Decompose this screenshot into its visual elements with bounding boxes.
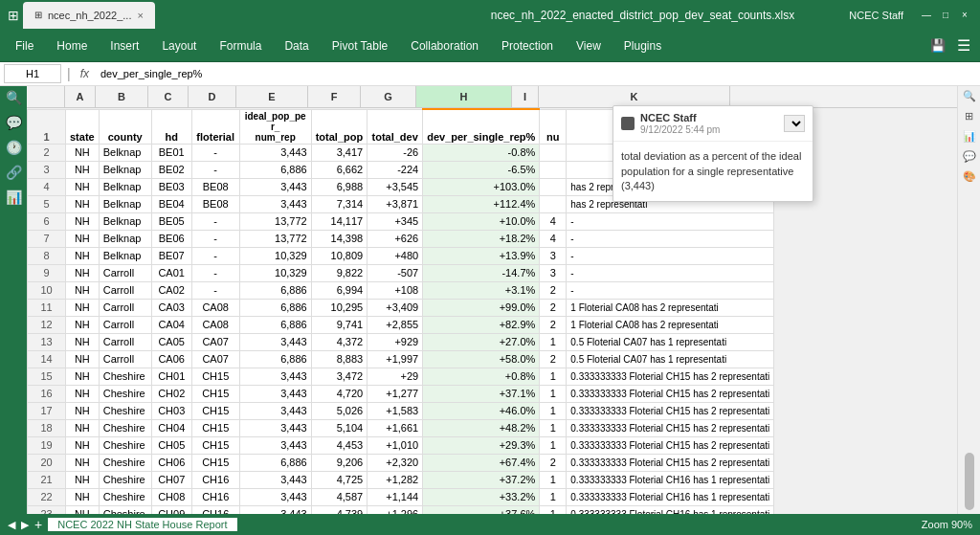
cell-i2[interactable]: [540, 144, 567, 161]
cell-k13[interactable]: 0.5 Floterial CA07 has 1 representati: [567, 333, 774, 350]
cell-f14[interactable]: 8,883: [311, 350, 368, 368]
cell-a9[interactable]: NH: [66, 264, 100, 281]
cell-i18[interactable]: 1: [540, 419, 567, 436]
cell-e13[interactable]: 3,443: [239, 333, 311, 350]
cell-b22[interactable]: Cheshire: [99, 488, 151, 505]
cell-b17[interactable]: Cheshire: [99, 402, 151, 419]
cell-b23[interactable]: Cheshire: [99, 505, 151, 514]
name-box[interactable]: [4, 64, 61, 83]
cell-b19[interactable]: Cheshire: [99, 436, 151, 454]
cell-c5[interactable]: BE04: [151, 195, 191, 212]
cell-d1[interactable]: floterial: [191, 109, 239, 144]
cell-e19[interactable]: 3,443: [239, 436, 311, 454]
tab-protection[interactable]: Protection: [490, 31, 565, 61]
cell-d12[interactable]: CA08: [191, 316, 239, 333]
cell-k21[interactable]: 0.333333333 Floterial CH16 has 1 represe…: [567, 471, 774, 488]
cell-b7[interactable]: Belknap: [99, 230, 151, 247]
cell-k20[interactable]: 0.333333333 Floterial CH15 has 2 represe…: [567, 454, 774, 471]
history-icon[interactable]: 🕐: [6, 140, 22, 155]
cell-c11[interactable]: CA03: [151, 299, 191, 316]
cell-f8[interactable]: 10,809: [311, 247, 368, 264]
cell-g4[interactable]: +3,545: [368, 178, 423, 195]
cell-i15[interactable]: 1: [540, 368, 567, 385]
cell-g16[interactable]: +1,277: [368, 385, 423, 402]
cell-d9[interactable]: -: [191, 264, 239, 281]
cell-f11[interactable]: 10,295: [311, 299, 368, 316]
tab-close-icon[interactable]: ×: [137, 10, 143, 21]
cell-d8[interactable]: -: [191, 247, 239, 264]
cell-d6[interactable]: -: [191, 212, 239, 230]
cell-c17[interactable]: CH03: [151, 402, 191, 419]
cell-c9[interactable]: CA01: [151, 264, 191, 281]
cell-f18[interactable]: 5,104: [311, 419, 368, 436]
close-button[interactable]: ×: [957, 8, 972, 23]
cell-f3[interactable]: 6,662: [311, 161, 368, 178]
cell-g7[interactable]: +626: [368, 230, 423, 247]
row-num-21[interactable]: 21: [28, 471, 66, 488]
cell-h8[interactable]: +13.9%: [423, 247, 540, 264]
tab-data[interactable]: Data: [273, 31, 320, 61]
col-header-e[interactable]: E: [236, 86, 308, 107]
row-num-14[interactable]: 14: [28, 350, 66, 368]
cell-c7[interactable]: BE06: [151, 230, 191, 247]
cell-f1[interactable]: total_pop: [311, 109, 368, 144]
cell-f17[interactable]: 5,026: [311, 402, 368, 419]
cell-h18[interactable]: +48.2%: [423, 419, 540, 436]
cell-c1[interactable]: hd: [151, 109, 191, 144]
cell-h15[interactable]: +0.8%: [423, 368, 540, 385]
cell-a19[interactable]: NH: [66, 436, 100, 454]
cell-c6[interactable]: BE05: [151, 212, 191, 230]
cell-h22[interactable]: +33.2%: [423, 488, 540, 505]
cell-i7[interactable]: 4: [540, 230, 567, 247]
cell-e22[interactable]: 3,443: [239, 488, 311, 505]
tab-collaboration[interactable]: Collaboration: [399, 31, 490, 61]
cell-b16[interactable]: Cheshire: [99, 385, 151, 402]
cell-e23[interactable]: 3,443: [239, 505, 311, 514]
cell-e7[interactable]: 13,772: [239, 230, 311, 247]
cell-d4[interactable]: BE08: [191, 178, 239, 195]
cell-e15[interactable]: 3,443: [239, 368, 311, 385]
row-num-22[interactable]: 22: [28, 488, 66, 505]
cell-k14[interactable]: 0.5 Floterial CA07 has 1 representati: [567, 350, 774, 368]
tab-file[interactable]: File: [4, 31, 45, 61]
cell-a8[interactable]: NH: [66, 247, 100, 264]
cell-h11[interactable]: +99.0%: [423, 299, 540, 316]
add-sheet-icon[interactable]: +: [34, 517, 42, 532]
row-num-6[interactable]: 6: [28, 212, 66, 230]
cell-g18[interactable]: +1,661: [368, 419, 423, 436]
cell-f19[interactable]: 4,453: [311, 436, 368, 454]
cell-i9[interactable]: 3: [540, 264, 567, 281]
cell-e16[interactable]: 3,443: [239, 385, 311, 402]
cell-b21[interactable]: Cheshire: [99, 471, 151, 488]
cell-d13[interactable]: CA07: [191, 333, 239, 350]
cell-e2[interactable]: 3,443: [239, 144, 311, 161]
cell-i19[interactable]: 1: [540, 436, 567, 454]
cell-a14[interactable]: NH: [66, 350, 100, 368]
col-header-b[interactable]: B: [96, 86, 148, 107]
cell-h3[interactable]: -6.5%: [423, 161, 540, 178]
row-num-15[interactable]: 15: [28, 368, 66, 385]
cell-b8[interactable]: Belknap: [99, 247, 151, 264]
cell-a2[interactable]: NH: [66, 144, 100, 161]
cell-d19[interactable]: CH15: [191, 436, 239, 454]
cell-h17[interactable]: +46.0%: [423, 402, 540, 419]
cell-c2[interactable]: BE01: [151, 144, 191, 161]
cell-i20[interactable]: 2: [540, 454, 567, 471]
cell-h4[interactable]: +103.0%: [423, 178, 540, 195]
cell-e1[interactable]: ideal_pop_per_num_rep: [239, 109, 311, 144]
cell-d10[interactable]: -: [191, 281, 239, 299]
row-num-23[interactable]: 23: [28, 505, 66, 514]
cell-d11[interactable]: CA08: [191, 299, 239, 316]
cell-h23[interactable]: +37.6%: [423, 505, 540, 514]
scroll-thumb[interactable]: [965, 453, 974, 510]
cell-f12[interactable]: 9,741: [311, 316, 368, 333]
cell-d23[interactable]: CH16: [191, 505, 239, 514]
maximize-button[interactable]: □: [938, 8, 953, 23]
cell-g21[interactable]: +1,282: [368, 471, 423, 488]
cell-a7[interactable]: NH: [66, 230, 100, 247]
cell-g14[interactable]: +1,997: [368, 350, 423, 368]
active-tab[interactable]: ⊞ ncec_nh_2022_... ×: [23, 2, 155, 29]
col-header-f[interactable]: F: [308, 86, 361, 107]
cell-k9[interactable]: -: [567, 264, 774, 281]
chart-icon[interactable]: 📊: [6, 189, 22, 205]
